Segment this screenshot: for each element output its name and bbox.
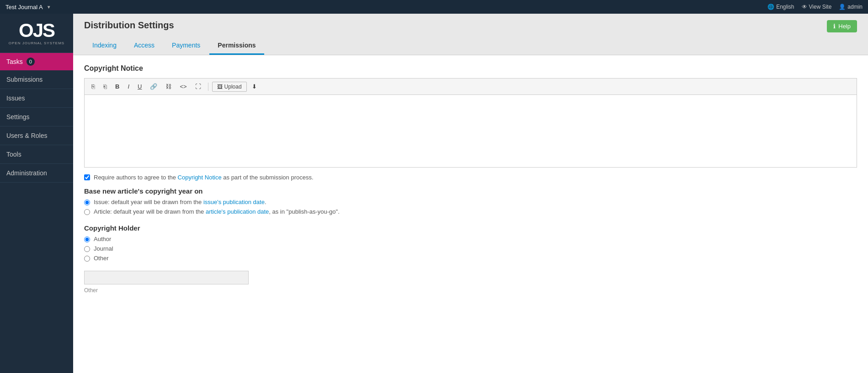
tab-payments[interactable]: Payments [164,37,208,55]
toolbar-underline-button[interactable]: U [134,81,145,92]
help-icon: ℹ [833,23,836,30]
editor-toolbar: ⎘ ⎗ B I U 🔗 ⛓ <> ⛶ 🖼 Upload ⬇ [84,78,857,95]
tasks-badge: 0 [27,58,35,66]
sidebar-item-users-roles[interactable]: Users & Roles [0,126,73,145]
sidebar: OJS OPEN JOURNAL SYSTEMS Tasks 0 Submiss… [0,14,73,373]
copyright-holder-author-option: Author [84,236,857,242]
sidebar-logo: OJS OPEN JOURNAL SYSTEMS [0,14,73,53]
require-authors-checkbox[interactable] [84,174,90,180]
copyright-holder-group: Copyright Holder Author Journal Other [84,224,857,262]
tab-indexing[interactable]: Indexing [84,37,125,55]
upload-image-icon: 🖼 [217,84,223,90]
toolbar-unlink-button[interactable]: ⛓ [162,81,175,92]
top-bar-right: 🌐 English 👁 View Site 👤 admin [767,4,863,10]
toolbar-upload-button[interactable]: 🖼 Upload [212,82,247,92]
require-authors-row: Require authors to agree to the Copyrigh… [84,174,857,181]
copyright-holder-journal-option: Journal [84,245,857,252]
other-input-label: Other [84,287,98,294]
view-site-link[interactable]: 👁 View Site [802,4,832,10]
sidebar-item-tools[interactable]: Tools [0,145,73,164]
copyright-holder-other-label: Other [94,255,109,262]
sidebar-tasks[interactable]: Tasks 0 [0,53,73,70]
article-pub-date-link[interactable]: article's publication date [206,208,269,215]
page-title-row: Distribution Settings ℹ Help [84,20,857,35]
sidebar-item-submissions[interactable]: Submissions [0,70,73,89]
copyright-holder-other-option: Other [84,255,857,262]
copyright-holder-author-label: Author [94,236,111,242]
sidebar-item-settings[interactable]: Settings [0,108,73,126]
tab-permissions[interactable]: Permissions [209,37,264,55]
tab-access[interactable]: Access [126,37,163,55]
toolbar-fullscreen-button[interactable]: ⛶ [192,81,204,92]
toolbar-copy-button[interactable]: ⎘ [88,81,98,92]
ojs-logo-text: OJS [5,21,68,40]
copyright-year-issue-option: Issue: default year will be drawn from t… [84,199,857,205]
tasks-label: Tasks [6,58,23,65]
globe-icon: 🌐 [767,4,774,10]
toolbar-link-button[interactable]: 🔗 [147,81,160,92]
tabs: Indexing Access Payments Permissions [84,37,857,55]
main-content: Copyright Notice ⎘ ⎗ B I U 🔗 ⛓ <> ⛶ 🖼 Up… [73,55,868,373]
toolbar-separator [208,83,208,91]
user-icon: 👤 [839,4,846,10]
help-button[interactable]: ℹ Help [827,20,857,32]
top-bar-left: Test Journal A ▼ [5,4,51,11]
toolbar-paste-button[interactable]: ⎗ [100,81,110,92]
copyright-notice-editor[interactable] [84,95,857,168]
copyright-holder-author-radio[interactable] [84,236,90,242]
sidebar-item-administration[interactable]: Administration [0,164,73,183]
copyright-year-issue-label: Issue: default year will be drawn from t… [94,199,266,205]
content-header: Distribution Settings ℹ Help Indexing Ac… [73,14,868,55]
toolbar-bold-button[interactable]: B [112,81,122,92]
sidebar-item-issues[interactable]: Issues [0,89,73,108]
copyright-year-article-option: Article: default year will be drawn from… [84,208,857,215]
copyright-year-article-label: Article: default year will be drawn from… [94,208,340,215]
copyright-year-group: Base new article's copyright year on Iss… [84,187,857,215]
ojs-logo-sub: OPEN JOURNAL SYSTEMS [5,41,68,45]
top-bar: Test Journal A ▼ 🌐 English 👁 View Site 👤… [0,0,868,14]
copyright-notice-title: Copyright Notice [84,64,857,73]
copyright-year-issue-radio[interactable] [84,200,90,205]
toolbar-code-button[interactable]: <> [176,81,190,92]
copyright-holder-other-radio[interactable] [84,256,90,262]
copyright-year-title: Base new article's copyright year on [84,187,857,195]
copyright-holder-title: Copyright Holder [84,224,857,232]
content-area: Distribution Settings ℹ Help Indexing Ac… [73,14,868,373]
admin-link[interactable]: 👤 admin [839,4,863,10]
copyright-notice-link[interactable]: Copyright Notice [178,174,222,181]
copyright-holder-journal-label: Journal [94,245,113,252]
eye-icon: 👁 [802,4,807,10]
journal-dropdown-icon[interactable]: ▼ [47,5,51,10]
copyright-holder-journal-radio[interactable] [84,246,90,252]
language-selector[interactable]: 🌐 English [767,4,794,10]
toolbar-italic-button[interactable]: I [124,81,133,92]
other-input-group: Other [84,271,857,294]
journal-name[interactable]: Test Journal A [5,4,43,11]
other-input[interactable] [84,271,249,284]
toolbar-download-button[interactable]: ⬇ [249,81,260,92]
issue-pub-date-link[interactable]: issue's publication date [203,199,265,205]
require-authors-label: Require authors to agree to the Copyrigh… [94,174,314,181]
page-title: Distribution Settings [84,20,174,31]
copyright-year-article-radio[interactable] [84,209,90,215]
